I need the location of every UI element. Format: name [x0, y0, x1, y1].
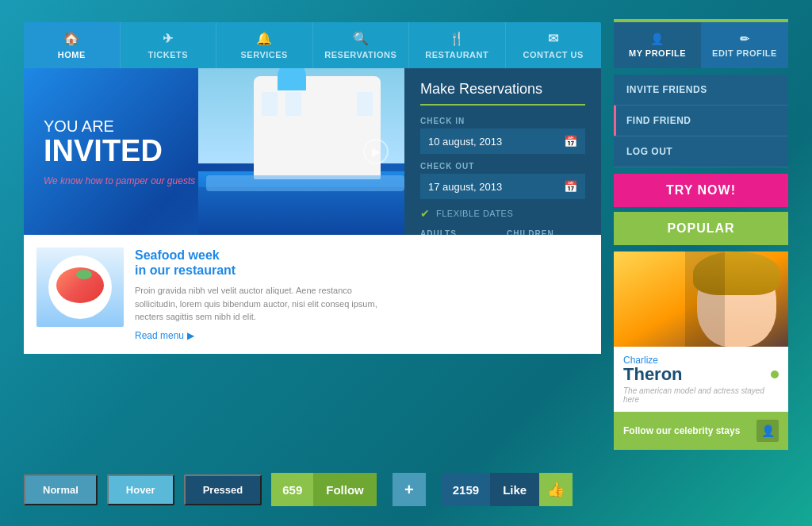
scene-sea [198, 187, 404, 235]
reservations-panel: Make Reservations CHECK IN 10 august, 20… [404, 68, 601, 235]
pressed-button[interactable]: Pressed [184, 474, 262, 505]
flexible-dates-row: ✔ FLEXIBLE DATES [420, 207, 585, 220]
sidebar-item-find[interactable]: FIND FRIEND [614, 106, 788, 136]
sidebar-item-invite[interactable]: INVITE FRIENDS [614, 75, 788, 106]
nav-home-label: HOME [58, 50, 86, 60]
nav-services-label: SERVICES [241, 50, 288, 60]
follow-label[interactable]: Follow [313, 473, 377, 506]
sidebar-menu: INVITE FRIENDS FIND FRIEND LOG OUT [614, 75, 788, 167]
seafood-title-text: Seafood week in our restaurant [135, 248, 236, 277]
invite-friends-label: INVITE FRIENDS [626, 84, 707, 95]
seafood-section: Seafood week in our restaurant Proin gra… [24, 235, 404, 354]
celebrity-portrait [685, 251, 788, 347]
scene-window [262, 92, 278, 116]
like-thumb-button[interactable]: 👍 [539, 473, 573, 506]
celebrity-shadow [685, 251, 725, 347]
find-friend-label: FIND FRIEND [626, 115, 691, 126]
celebrity-description: The american model and actress stayed he… [623, 386, 779, 404]
cta-section: TRY NOW! POPULAR [614, 174, 788, 245]
food-garnish [76, 270, 92, 279]
hero-title-large: INVITED [44, 136, 385, 166]
seafood-text: Seafood week in our restaurant Proin gra… [135, 248, 392, 341]
services-icon: 🔔 [256, 31, 273, 46]
scene-dome [278, 68, 306, 90]
checkout-value: 17 august, 2013 [428, 181, 564, 193]
navbar: 🏠 HOME ✈ TICKETS 🔔 SERVICES 🔍 RESERVATIO… [24, 22, 601, 68]
hero-title-small: YOU ARE [44, 117, 385, 136]
nav-reservations-label: RESERVATIONS [324, 50, 396, 60]
hero-content: YOU ARE INVITED We know how to pamper ou… [44, 117, 385, 186]
online-indicator [771, 371, 779, 378]
celebrity-follow-label: Follow our celebrity stays [623, 425, 740, 436]
hover-button[interactable]: Hover [107, 474, 174, 505]
reservations-title: Make Reservations [420, 81, 585, 106]
read-menu-arrow-icon: ▶ [187, 330, 194, 341]
popular-button[interactable]: POPULAR [614, 212, 788, 245]
celebrity-name-row: Theron [623, 366, 779, 383]
left-column: 🏠 HOME ✈ TICKETS 🔔 SERVICES 🔍 RESERVATIO… [24, 22, 601, 450]
follow-plus-button[interactable]: + [393, 473, 426, 506]
read-menu-label: Read menu [135, 330, 184, 341]
follow-group: 659 Follow [271, 473, 377, 506]
scene-window3 [357, 92, 373, 116]
hero-image: YOU ARE INVITED We know how to pamper ou… [24, 68, 404, 235]
checkin-label: CHECK IN [420, 117, 585, 125]
nav-item-contact[interactable]: ✉ CONTACT US [506, 22, 602, 68]
like-group: 2159 Like 👍 [442, 473, 573, 506]
nav-item-tickets[interactable]: ✈ TICKETS [121, 22, 217, 68]
try-now-label: TRY NOW! [666, 183, 736, 197]
checkout-input[interactable]: 17 august, 2013 📅 [420, 174, 585, 199]
celebrity-info: Charlize Theron The american model and a… [614, 347, 788, 412]
nav-tickets-label: TICKETS [147, 50, 188, 60]
seafood-title: Seafood week in our restaurant [135, 248, 392, 278]
seafood-description: Proin gravida nibh vel velit auctor aliq… [135, 284, 392, 324]
my-profile-label: MY PROFILE [629, 48, 686, 58]
tab-edit-profile[interactable]: ✏ EDIT PROFILE [701, 22, 788, 68]
popular-label: POPULAR [667, 221, 734, 235]
hero-section: YOU ARE INVITED We know how to pamper ou… [24, 68, 601, 235]
pressed-label: Pressed [203, 484, 243, 496]
contact-icon: ✉ [548, 31, 559, 46]
seafood-image [36, 248, 124, 327]
profile-icon: 👤 [650, 33, 665, 45]
edit-profile-label: EDIT PROFILE [712, 48, 777, 58]
nav-item-services[interactable]: 🔔 SERVICES [216, 22, 313, 68]
hero-arrow-button[interactable]: ▶ [363, 139, 389, 164]
celebrity-photo [614, 251, 788, 347]
checkin-calendar-icon: 📅 [564, 135, 577, 148]
celebrity-card: Charlize Theron The american model and a… [614, 251, 788, 450]
sidebar-item-logout[interactable]: LOG OUT [614, 136, 788, 167]
nav-item-restaurant[interactable]: 🍴 RESTAURANT [409, 22, 506, 68]
checkout-calendar-icon: 📅 [564, 180, 577, 193]
hover-label: Hover [126, 484, 155, 496]
normal-button[interactable]: Normal [24, 474, 98, 505]
nav-restaurant-label: RESTAURANT [425, 50, 488, 60]
nav-contact-label: CONTACT US [523, 50, 584, 60]
checkout-label: CHECK OUT [420, 162, 585, 171]
nav-item-reservations[interactable]: 🔍 RESERVATIONS [313, 22, 410, 68]
hero-subtitle: We know how to pamper our guests [44, 175, 385, 186]
like-count: 2159 [442, 473, 490, 506]
celebrity-follow-bar[interactable]: Follow our celebrity stays 👤 [614, 412, 788, 450]
like-label[interactable]: Like [490, 473, 539, 506]
tickets-icon: ✈ [163, 31, 174, 46]
read-menu-link[interactable]: Read menu ▶ [135, 330, 392, 341]
checkin-value: 10 august, 2013 [428, 136, 564, 148]
edit-icon: ✏ [740, 33, 750, 45]
celebrity-last-name: Theron [623, 366, 683, 383]
follow-count: 659 [271, 473, 313, 506]
home-icon: 🏠 [63, 31, 80, 46]
scene-window2 [285, 92, 301, 116]
try-now-button[interactable]: TRY NOW! [614, 174, 788, 207]
log-out-label: LOG OUT [626, 146, 672, 157]
nav-item-home[interactable]: 🏠 HOME [24, 22, 121, 68]
check-icon: ✔ [420, 207, 430, 220]
bottom-content: Seafood week in our restaurant Proin gra… [24, 235, 601, 354]
normal-label: Normal [43, 484, 79, 496]
reservations-icon: 🔍 [353, 31, 370, 46]
follow-user-icon[interactable]: 👤 [756, 420, 779, 442]
flexible-label: FLEXIBLE DATES [436, 209, 513, 218]
tab-my-profile[interactable]: 👤 MY PROFILE [614, 22, 701, 68]
checkin-input[interactable]: 10 august, 2013 📅 [420, 129, 585, 154]
right-column: 👤 MY PROFILE ✏ EDIT PROFILE INVITE FRIEN… [614, 22, 788, 450]
